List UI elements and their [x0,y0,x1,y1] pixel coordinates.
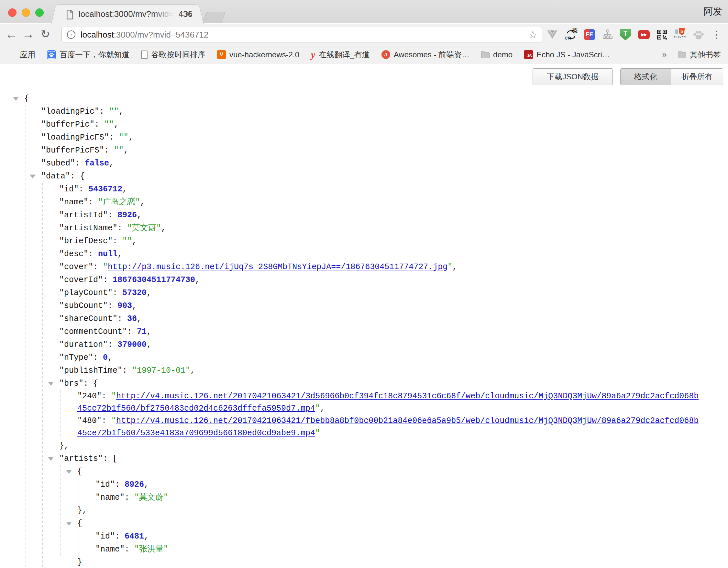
collapse-toggle-icon[interactable] [13,97,19,101]
folder-icon [481,52,490,58]
json-line-root-open: { [0,92,700,105]
bookmark-youdao[interactable]: y 在线翻译_有道 [311,50,370,60]
mv-240-url-link[interactable]: http://v4.music.126.net/20170421063421/3… [77,392,699,413]
tab-title-fade [153,5,179,23]
json-line-data-open: "data": { [0,170,700,183]
paw-extension-icon[interactable] [691,24,706,45]
vue-devtools-extension-icon[interactable] [545,24,560,45]
json-line-subCount: "subCount": 903, [0,300,700,313]
apps-grid-icon [7,50,16,59]
bookmark-label: Echo JS - JavaScri… [536,50,610,59]
fe-extension-icon[interactable]: FE [582,24,597,45]
collapse-toggle-icon[interactable] [66,470,72,474]
bookmarks-bar: 应用 百度一下，你就知道 谷歌按时间排序 V vue-hackernews-2.… [0,45,728,64]
bookmark-label: Awesomes - 前端资… [394,50,469,60]
bookmark-baidu[interactable]: 百度一下，你就知道 [47,50,129,60]
page-icon [141,50,148,59]
json-viewer: { "loadingPic": "", "bufferPic": "", "lo… [0,92,700,568]
bookmark-label: vue-hackernews-2.0 [229,50,299,59]
json-line-desc: "desc": null, [0,248,700,261]
cover-url-link[interactable]: http://p3.music.126.net/ijUq7s_2S8GMbTNs… [108,262,447,272]
json-line-cover: "cover": "http://p3.music.126.net/ijUq7s… [0,261,700,273]
forward-icon[interactable]: → [22,24,34,45]
address-bar-input[interactable]: i localhost:3000/mv?mvid=5436712 ☆ [61,27,542,42]
browser-toolbar: ← → ↻ i localhost:3000/mv?mvid=5436712 ☆… [0,24,728,45]
browser-tab[interactable]: localhost:3000/mv?mvid=5436 ✕ [57,4,198,24]
qr-code-extension-icon[interactable] [654,24,670,45]
fullscreen-window-button[interactable] [35,8,44,17]
json-line-artist2-name: "name": "张洪量" [0,543,700,556]
json-line-duration: "duration": 379000, [0,339,700,351]
baidu-paw-icon [47,50,56,59]
bookmark-demo-folder[interactable]: demo [481,50,513,59]
bookmark-star-icon[interactable]: ☆ [528,27,537,42]
chrome-menu-icon[interactable]: ⋮ [709,24,724,45]
json-line-playCount: "playCount": 57320, [0,287,700,300]
vue-icon: V [217,50,226,59]
json-line-artist2-open: { [0,517,700,530]
collapse-toggle-icon[interactable] [30,174,36,178]
bookmark-label: 应用 [20,50,35,60]
json-line-brs-close: }, [0,440,700,452]
bookmarks-overflow-icon[interactable]: » [662,50,667,60]
download-json-button[interactable]: 下载JSON数据 [533,68,613,85]
tab-close-icon[interactable]: ✕ [185,5,192,23]
json-line-shareCount: "shareCount": 36, [0,313,700,326]
url-path: :3000/mv?mvid=5436712 [114,30,209,39]
json-line-coverId: "coverId": 18676304511774730, [0,273,700,287]
youdao-translate-extension-icon[interactable]: 英 en [563,24,579,45]
json-line-id: "id": 5436712, [0,183,700,196]
html5-player-extension-icon[interactable]: 5 PLAYER [672,24,688,45]
json-line-loadingPicFS: "loadingPicFS": "", [0,131,700,144]
page-content: 下载JSON数据 格式化 折叠所有 { "loadingPic": "", "b… [0,64,728,568]
bookmark-vue-hackernews[interactable]: V vue-hackernews-2.0 [217,50,299,59]
reload-icon[interactable]: ↻ [41,24,50,45]
json-line-commentCount: "commentCount": 71, [0,326,700,339]
json-line-artists-open: "artists": [ [0,452,700,465]
video-downloader-extension-icon[interactable]: ▶▶ [636,24,652,45]
back-icon[interactable]: ← [5,24,17,45]
json-line-artist2-id: "id": 6481, [0,530,700,543]
folder-icon [678,52,686,58]
bookmark-label: 在线翻译_有道 [319,50,370,60]
collapse-all-button[interactable]: 折叠所有 [671,69,723,85]
json-line-artist1-id: "id": 8926, [0,478,700,491]
url-host: localhost [81,30,114,39]
tampermonkey-extension-icon[interactable]: T [618,24,633,45]
sitemap-extension-icon[interactable] [600,24,615,45]
collapse-toggle-icon[interactable] [66,522,72,526]
browser-profile-name[interactable]: 阿发 [703,5,722,18]
json-line-bufferPicFS: "bufferPicFS": "", [0,144,700,157]
close-window-button[interactable] [8,8,17,17]
bookmark-apps[interactable]: 应用 [7,50,35,60]
bookmark-awesomes[interactable]: A Awesomes - 前端资… [381,50,469,60]
view-mode-segmented-control: 格式化 折叠所有 [620,68,723,85]
url-text[interactable]: localhost:3000/mv?mvid=5436712 [81,27,208,42]
bookmark-label: demo [493,50,513,59]
collapse-toggle-icon[interactable] [48,382,54,386]
json-line-brs-open: "brs": { [0,377,700,390]
json-line-brs-240: "240": "http://v4.music.126.net/20170421… [0,390,700,415]
json-line-nType: "nType": 0, [0,351,700,364]
json-line-subed: "subed": false, [0,157,700,170]
window-titlebar: localhost:3000/mv?mvid=5436 ✕ 阿发 [0,0,728,23]
mv-480-url-link[interactable]: http://v4.music.126.net/20170421063421/f… [77,416,699,438]
bookmark-label: 谷歌按时间排序 [151,50,205,60]
bookmark-google-sort[interactable]: 谷歌按时间排序 [141,50,205,60]
youdao-y-icon: y [311,50,315,59]
collapse-toggle-icon[interactable] [48,457,54,461]
json-line-artist2-close: } [0,556,700,568]
site-info-icon[interactable]: i [67,30,75,39]
minimize-window-button[interactable] [22,8,30,17]
json-line-briefDesc: "briefDesc": "", [0,235,700,248]
format-button[interactable]: 格式化 [621,69,671,85]
other-bookmarks-label: 其他书签 [690,50,721,60]
other-bookmarks-folder[interactable]: 其他书签 [678,50,721,60]
bookmark-echojs[interactable]: JS Echo JS - JavaScri… [524,50,610,59]
json-line-loadingPic: "loadingPic": "", [0,105,700,118]
json-line-artistName: "artistName": "莫文蔚", [0,222,700,235]
page-favicon-icon [66,10,74,21]
json-line-artist1-close: }, [0,504,700,517]
json-line-name: "name": "广岛之恋", [0,196,700,209]
json-line-publishTime: "publishTime": "1997-10-01", [0,364,700,377]
